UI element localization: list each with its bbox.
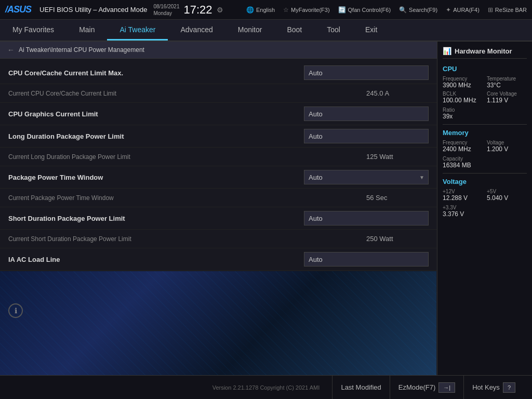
breadcrumb-text: Ai Tweaker\Internal CPU Power Management [19,46,144,54]
cpu-core-cache-limit-select[interactable]: Auto [304,65,429,80]
version-text: Version 2.21.1278 Copyright (C) 2021 AMI [212,384,320,391]
datetime-area: 08/16/2021 Monday 17:22 ⚙ [153,3,223,17]
globe-icon: 🌐 [246,6,254,14]
nav-boot[interactable]: Boot [274,20,314,41]
cpu-graphics-limit-label: CPU Graphics Current Limit [8,110,304,118]
ez-mode-label: EzMode(F7) [398,383,436,391]
setting-row-current-short-duration: Current Short Duration Package Power Lim… [0,230,437,248]
nav-my-favorites[interactable]: My Favorites [0,20,66,41]
monitor-icon: 📊 [443,47,451,55]
long-duration-label: Long Duration Package Power Limit [8,132,304,140]
nav-advanced[interactable]: Advanced [168,20,225,41]
pkg-power-time-label: Package Power Time Window [8,174,304,181]
v5-value: 5.040 V [487,194,527,202]
back-arrow-icon[interactable]: ← [7,46,15,54]
bclk-group: BCLK 100.00 MHz [443,91,483,104]
cpu-temperature-group: Temperature 33°C [487,76,527,89]
ratio-group: Ratio 39x [443,107,527,120]
ia-ac-load-select[interactable]: Auto [304,252,429,267]
setting-row-ia-ac-load: IA AC Load Line Auto [0,248,437,271]
cpu-temperature-value: 33°C [487,82,527,89]
header-actions: 🌐 English ☆ MyFavorite(F3) 🔄 Qfan Contro… [246,6,527,14]
settings-icon[interactable]: ⚙ [217,6,223,14]
last-modified-label: Last Modified [341,383,381,391]
language-selector[interactable]: 🌐 English [246,6,275,14]
memory-frequency-label: Frequency [443,140,483,145]
pkg-power-time-select[interactable]: Auto [304,170,429,184]
long-duration-select[interactable]: Auto [304,129,429,143]
v5-label: +5V [487,189,527,194]
memory-voltage-value: 1.200 V [487,145,527,153]
divider-cpu-memory [443,124,527,125]
memory-voltage-group: Voltage 1.200 V [487,140,527,153]
bclk-label: BCLK [443,91,483,97]
setting-row-cpu-graphics-limit: CPU Graphics Current Limit Auto [0,103,437,125]
voltage-stats-grid: +12V 12.288 V +5V 5.040 V [443,189,527,202]
resize-bar-button[interactable]: ⊞ ReSize BAR [488,6,527,14]
qfan-control-button[interactable]: 🔄 Qfan Control(F6) [338,6,391,14]
voltage-section-title: Voltage [443,178,527,185]
v33-label: +3.3V [443,205,527,210]
core-voltage-value: 1.119 V [487,97,527,104]
last-modified-button[interactable]: Last Modified [332,376,389,399]
memory-capacity-label: Capacity [443,156,527,162]
cpu-graphics-limit-select[interactable]: Auto [304,107,429,121]
search-button[interactable]: 🔍 Search(F9) [399,6,437,14]
current-cpu-core-label: Current CPU Core/Cache Current Limit [8,90,366,97]
header-bar: /ASUS UEFI BIOS Utility – Advanced Mode … [0,0,532,20]
nav-tool[interactable]: Tool [314,20,353,41]
cpu-section-title: CPU [443,65,527,73]
nav-monitor[interactable]: Monitor [225,20,275,41]
hardware-monitor-panel: 📊 Hardware Monitor CPU Frequency 3900 MH… [437,42,532,375]
content-wrapper: ← Ai Tweaker\Internal CPU Power Manageme… [0,42,532,375]
search-label: Search(F9) [409,7,437,13]
date: 08/16/2021 [153,3,179,10]
ratio-value: 39x [443,113,527,120]
current-cpu-core-value: 245.0 A [366,89,429,97]
cpu-frequency-group: Frequency 3900 MHz [443,76,483,89]
ia-ac-load-label: IA AC Load Line [8,256,304,263]
setting-row-cpu-core-cache-limit: CPU Core/Cache Current Limit Max. Auto [0,62,437,84]
long-duration-wrapper: Auto [304,129,429,143]
core-voltage-group: Core Voltage 1.119 V [487,91,527,104]
short-duration-select[interactable]: Auto [304,211,429,225]
v12-value: 12.288 V [443,194,483,202]
current-short-duration-label: Current Short Duration Package Power Lim… [8,235,366,243]
pkg-power-time-wrapper: Auto [304,170,429,184]
fan-icon: 🔄 [338,6,346,14]
my-favorite-button[interactable]: ☆ MyFavorite(F3) [283,6,330,14]
core-voltage-label: Core Voltage [487,91,527,97]
setting-row-short-duration: Short Duration Package Power Limit Auto [0,207,437,230]
breadcrumb-bar: ← Ai Tweaker\Internal CPU Power Manageme… [0,42,437,59]
v33-value: 3.376 V [443,210,527,218]
setting-row-current-cpu-core: Current CPU Core/Cache Current Limit 245… [0,84,437,103]
memory-capacity-group: Capacity 16384 MB [443,156,527,169]
nav-ai-tweaker[interactable]: Ai Tweaker [107,20,168,41]
memory-stats-grid: Frequency 2400 MHz Voltage 1.200 V [443,140,527,153]
nav-exit[interactable]: Exit [353,20,390,41]
my-favorite-label: MyFavorite(F3) [291,7,330,13]
nav-main[interactable]: Main [66,20,107,41]
resize-icon: ⊞ [488,6,493,14]
background-decoration [0,271,436,375]
date-block: 08/16/2021 Monday [153,3,179,17]
hot-keys-button[interactable]: Hot Keys ? [463,376,524,399]
cpu-stats-grid: Frequency 3900 MHz Temperature 33°C BCLK… [443,76,527,104]
aura-button[interactable]: ✦ AURA(F4) [446,6,480,14]
search-icon: 🔍 [399,6,407,14]
v33-group: +3.3V 3.376 V [443,205,527,218]
v12-group: +12V 12.288 V [443,189,483,202]
cpu-graphics-limit-wrapper: Auto [304,107,429,121]
info-button[interactable]: ℹ [8,303,23,318]
resize-label: ReSize BAR [495,7,527,13]
memory-section-title: Memory [443,129,527,137]
cpu-temperature-label: Temperature [487,76,527,82]
setting-row-current-pkg-time: Current Package Power Time Window 56 Sec [0,189,437,207]
hw-monitor-title: 📊 Hardware Monitor [443,47,527,59]
navigation-bar: My Favorites Main Ai Tweaker Advanced Mo… [0,20,532,42]
aura-label: AURA(F4) [453,7,480,13]
memory-capacity-value: 16384 MB [443,162,527,169]
ez-mode-button[interactable]: EzMode(F7) →| [390,376,463,399]
setting-row-pkg-power-time: Package Power Time Window Auto [0,166,437,189]
hot-keys-label: Hot Keys [472,383,500,391]
